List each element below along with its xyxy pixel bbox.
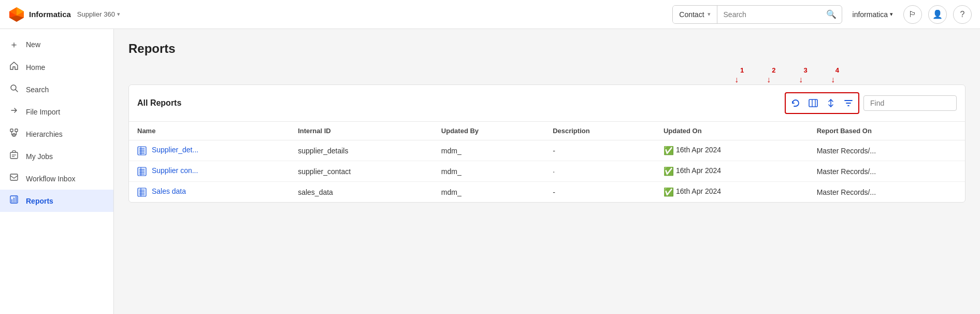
sidebar: ＋ New Home Search File Import Hierarch [0, 29, 114, 314]
annotation-arrow-4: ↓ [831, 75, 835, 84]
status-ok-icon: ✅ [664, 146, 674, 155]
workspace-selector[interactable]: informatica ▾ [848, 10, 897, 19]
logo-link[interactable]: Informatica [8, 6, 71, 23]
all-reports-title: All Reports [137, 98, 181, 108]
reports-card: All Reports [128, 84, 965, 203]
sidebar-item-my-jobs-label: My Jobs [26, 152, 53, 161]
sidebar-item-hierarchies-label: Hierarchies [26, 130, 63, 138]
status-ok-icon: ✅ [664, 188, 674, 196]
search-type-dropdown[interactable]: Contact ▾ [673, 6, 717, 23]
sidebar-item-my-jobs[interactable]: My Jobs [0, 145, 113, 167]
cell-updated-by: mdm_ [433, 161, 544, 182]
svg-rect-7 [15, 129, 18, 132]
app-selector[interactable]: Supplier 360 ▾ [77, 10, 120, 18]
app-name: Supplier 360 [77, 10, 115, 18]
global-search-input[interactable] [717, 10, 821, 19]
toolbar-button-group [785, 92, 859, 114]
find-input[interactable] [863, 95, 957, 111]
hierarchies-icon [8, 128, 20, 140]
sidebar-item-reports[interactable]: Reports [0, 190, 113, 212]
flag-icon: 🏳 [909, 10, 917, 19]
sidebar-item-home-label: Home [26, 63, 45, 72]
table-row: Supplier con... supplier_contact mdm_ · … [129, 161, 965, 182]
cell-name: Supplier_det... [129, 140, 290, 161]
filter-button[interactable] [840, 94, 857, 112]
report-name-link[interactable]: Supplier_det... [152, 146, 198, 154]
file-import-icon [8, 106, 20, 118]
new-icon: ＋ [8, 38, 20, 51]
annotation-2: 2 [772, 66, 775, 74]
brand-name: Informatica [29, 10, 71, 19]
refresh-icon [790, 98, 801, 108]
report-name-link[interactable]: Supplier con... [152, 166, 198, 175]
sidebar-item-new[interactable]: ＋ New [0, 33, 113, 56]
user-icon: 👤 [932, 9, 943, 19]
cell-report-based-on: Master Records/... [809, 182, 965, 203]
cell-updated-on: ✅16th Apr 2024 [655, 182, 809, 203]
col-header-description: Description [544, 122, 655, 140]
svg-line-5 [16, 90, 18, 92]
cell-internal-id: sales_data [290, 182, 433, 203]
report-name-link[interactable]: Sales data [152, 187, 186, 195]
col-header-updated-by: Updated By [433, 122, 544, 140]
col-header-report-based-on: Report Based On [809, 122, 965, 140]
sidebar-item-search[interactable]: Search [0, 78, 113, 101]
search-icon [8, 83, 20, 95]
user-button[interactable]: 👤 [928, 5, 947, 24]
reports-toolbar [785, 92, 957, 114]
sidebar-item-new-label: New [26, 40, 40, 49]
svg-rect-15 [10, 174, 18, 180]
my-jobs-icon [8, 150, 20, 162]
cell-name: Supplier con... [129, 161, 290, 182]
page-title: Reports [128, 41, 965, 56]
cell-updated-by: mdm_ [433, 140, 544, 161]
svg-rect-20 [809, 99, 817, 107]
main-content: Reports 1 2 3 4 ↓ ↓ ↓ ↓ All Reports [114, 29, 980, 314]
flag-button[interactable]: 🏳 [903, 5, 922, 24]
table-row: Supplier_det... supplier_details mdm_ - … [129, 140, 965, 161]
svg-rect-24 [138, 147, 146, 155]
annotation-3: 3 [804, 66, 808, 74]
workflow-inbox-icon [8, 173, 20, 184]
svg-rect-6 [10, 129, 13, 132]
sidebar-item-reports-label: Reports [26, 197, 53, 205]
col-header-internal-id: Internal ID [290, 122, 433, 140]
annotation-arrow-1: ↓ [734, 75, 739, 84]
cell-updated-on: ✅16th Apr 2024 [655, 140, 809, 161]
sidebar-item-hierarchies[interactable]: Hierarchies [0, 123, 113, 145]
table-row: Sales data sales_data mdm_ - ✅16th Apr 2… [129, 182, 965, 203]
columns-button[interactable] [804, 94, 822, 112]
annotation-4: 4 [835, 66, 839, 74]
reports-icon [8, 195, 20, 207]
search-type-label: Contact [679, 10, 704, 19]
cell-internal-id: supplier_details [290, 140, 433, 161]
global-search-group: Contact ▾ 🔍 [672, 5, 842, 24]
svg-point-4 [11, 85, 16, 90]
sidebar-item-workflow-inbox-label: Workflow Inbox [26, 175, 75, 183]
sidebar-item-workflow-inbox[interactable]: Workflow Inbox [0, 167, 113, 190]
global-search-icon: 🔍 [821, 9, 842, 19]
help-button[interactable]: ? [953, 5, 972, 24]
annotation-1: 1 [740, 66, 744, 74]
col-header-updated-on: Updated On [655, 122, 809, 140]
workspace-label: informatica [853, 10, 888, 19]
app-header: Informatica Supplier 360 ▾ Contact ▾ 🔍 i… [0, 0, 980, 29]
cell-description: · [544, 161, 655, 182]
cell-internal-id: supplier_contact [290, 161, 433, 182]
annotation-arrow-3: ↓ [799, 75, 803, 84]
sidebar-item-home[interactable]: Home [0, 56, 113, 78]
sort-icon [826, 98, 836, 108]
workspace-chevron-icon: ▾ [890, 11, 893, 18]
status-ok-icon: ✅ [664, 167, 674, 176]
col-header-name: Name [129, 122, 290, 140]
cell-name: Sales data [129, 182, 290, 203]
home-icon [8, 61, 20, 73]
svg-rect-30 [138, 167, 146, 176]
informatica-logo [8, 6, 25, 23]
cell-updated-by: mdm_ [433, 182, 544, 203]
sidebar-item-file-import[interactable]: File Import [0, 101, 113, 123]
body-container: ＋ New Home Search File Import Hierarch [0, 29, 980, 314]
help-icon: ? [960, 10, 965, 19]
refresh-button[interactable] [787, 94, 804, 112]
sort-button[interactable] [822, 94, 840, 112]
